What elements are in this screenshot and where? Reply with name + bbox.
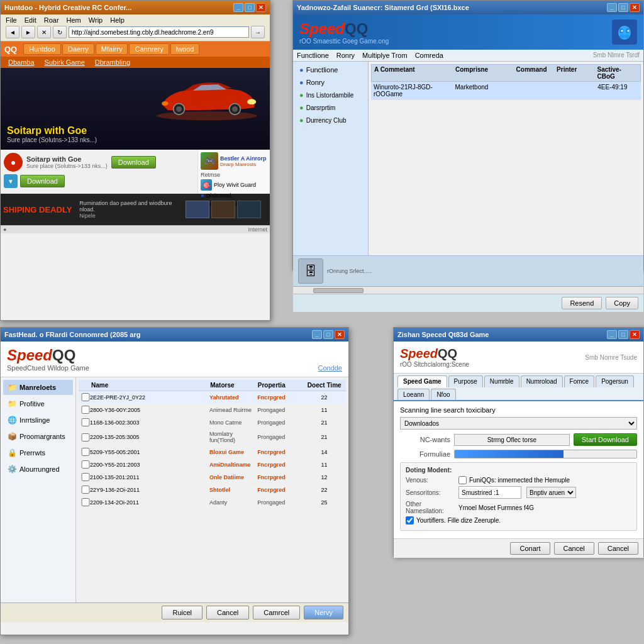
dropdown-select[interactable]: Downloados [400, 417, 637, 430]
table-row-0[interactable]: Winuroto-21RJ-8GD-rOOGame Marketbond 4EE… [371, 82, 641, 100]
nav-huntdoo[interactable]: Huntdoo [23, 43, 61, 55]
dialog-max-btn[interactable]: □ [618, 330, 628, 339]
dl-max-btn[interactable]: □ [323, 330, 333, 339]
dl-sidebar-manreloets[interactable]: 📁 Manreloets [3, 380, 73, 395]
back-btn[interactable]: ◄ [6, 26, 19, 38]
row7-checkbox[interactable] [81, 486, 90, 494]
sidebar-nav-sub3[interactable]: ● Durrency Club [296, 114, 365, 126]
stop-btn[interactable]: ✕ [37, 26, 51, 38]
copy-btn[interactable]: Copy [606, 297, 638, 309]
yout-checkbox[interactable] [406, 516, 414, 525]
dl-close-btn[interactable]: ✕ [335, 330, 345, 339]
go-btn[interactable]: → [251, 26, 265, 38]
sidebar-nav-sub2[interactable]: ● Darsrprtim [296, 102, 365, 113]
dl-row-6[interactable]: 2100-135-201:2011 Onle Datiime Fncrpgred… [79, 471, 346, 484]
tab-purpose[interactable]: Purpose [448, 375, 483, 387]
sub-dbamba[interactable]: Dbamba [4, 58, 38, 67]
ruicel-btn[interactable]: Ruicel [162, 606, 203, 619]
cancel-btn-dl[interactable]: Cancel [206, 606, 249, 619]
close-btn[interactable]: ✕ [256, 3, 266, 12]
dl-sidebar-profitive[interactable]: 📁 Profitive [3, 396, 73, 411]
row2-checkbox[interactable] [81, 418, 90, 426]
dl-row-7[interactable]: 22Y9-136-2Oi-2011 Shtotlel Fncrpgred 22 [79, 484, 346, 496]
sidebar-nav-ronry[interactable]: ● Ronry [296, 77, 365, 88]
conart-btn[interactable]: Conart [510, 542, 550, 555]
row4-checkbox[interactable] [81, 448, 90, 456]
menu-help[interactable]: Help [110, 16, 125, 24]
sub-dbrambling[interactable]: Dbrambling [91, 58, 134, 67]
start-download-btn[interactable]: Start Download [574, 433, 637, 446]
dl-row-8[interactable]: 2209-134-2Oi-2011 Adanty Prongaged 25 [79, 496, 346, 509]
manager-close-btn[interactable]: ✕ [630, 3, 640, 12]
row0-checkbox[interactable] [81, 393, 90, 401]
toolbar-comreda[interactable]: Comreda [415, 52, 443, 59]
row1-checkbox[interactable] [81, 406, 90, 414]
download-btn-1[interactable]: Download [111, 156, 156, 169]
nervy-btn[interactable]: Nervy [304, 606, 343, 619]
menu-wrip[interactable]: Wrip [89, 16, 103, 24]
tab-nfoo[interactable]: Nfoo [431, 389, 455, 400]
dialog-min-btn[interactable]: _ [607, 330, 617, 339]
nav-cannrery[interactable]: Cannrery [129, 43, 169, 55]
dl-sidebar-prerrwts[interactable]: 🔒 Prerrwts [3, 445, 73, 460]
camrcel-btn[interactable]: Camrcel [253, 606, 300, 619]
venous-checkbox[interactable] [458, 476, 467, 484]
menu-roar[interactable]: Roar [44, 16, 59, 24]
sub-subirk[interactable]: Subirk Game [41, 58, 89, 67]
menu-file[interactable]: File [6, 16, 17, 24]
sidebar-nav-sub1[interactable]: ● Ins Listordambile [296, 89, 365, 101]
row3-checkbox[interactable] [81, 433, 90, 441]
forward-btn[interactable]: ► [21, 26, 35, 38]
row8-checkbox[interactable] [81, 498, 90, 506]
resend-btn[interactable]: Resend [562, 297, 602, 309]
sensoritons-select[interactable]: Bnptiv aruen [526, 487, 576, 498]
dl-row-4[interactable]: 5209-Y55-005:2001 Bloxui Game Fncrpgred … [79, 446, 346, 458]
row5-checkbox[interactable] [81, 460, 90, 469]
strong-btn[interactable]: Strrng Oflec torse [454, 434, 570, 446]
menu-edit[interactable]: Edit [25, 16, 36, 24]
sidebar-retmse[interactable]: Retmse [201, 172, 267, 178]
toolbar-ronry[interactable]: Ronry [336, 52, 355, 59]
dialog-cancel-btn[interactable]: Cancel [554, 542, 594, 555]
dropdown-row: Downloados [400, 417, 637, 430]
nav-lwood[interactable]: lwood [170, 43, 200, 55]
sidebar-dl-label[interactable]: Dlsitcmod [206, 192, 231, 199]
prerrwts-icon: 🔒 [7, 448, 17, 458]
h-scrollbar[interactable] [293, 286, 643, 294]
address-bar[interactable] [69, 26, 249, 38]
scroll-thumb[interactable] [313, 288, 364, 293]
dl-condde-link[interactable]: Condde [318, 364, 342, 372]
dl-min-btn[interactable]: _ [312, 330, 322, 339]
tab-pogersun[interactable]: Pogersun [596, 375, 634, 387]
sidebar-ploy-label[interactable]: Ploy Wivit Guard [214, 182, 256, 188]
refresh-btn[interactable]: ↻ [53, 26, 67, 38]
toolbar-multiplye[interactable]: Multiplye Trom [362, 52, 408, 59]
dl-row-0[interactable]: 2E2E-PRE-2YJ_0Y22 Yahrutated Fncrpgred 2… [79, 391, 346, 404]
dl-row-1[interactable]: 2800-Y36-00Y:2005 Animead Ruirme Prongag… [79, 404, 346, 416]
row6-checkbox[interactable] [81, 473, 90, 481]
download-btn-2[interactable]: Download [20, 175, 65, 187]
dl-sidebar-proomargrants[interactable]: 📦 Proomargrants [3, 429, 73, 444]
dl-row-2[interactable]: 1168-136-002:3003 Mono Catme Prongaged 2… [79, 416, 346, 429]
sidebar-nav-ins[interactable]: ● Functlione [296, 64, 365, 75]
tab-numroload[interactable]: Numroload [521, 375, 563, 387]
dl-row-3[interactable]: 2209-135-205:3005 Momlatry fun(Tlond) Pr… [79, 429, 346, 446]
dl-sidebar-inrrtslinge[interactable]: 🌐 Inrrtslinge [3, 413, 73, 428]
tab-loeann[interactable]: Loeann [397, 389, 430, 400]
menu-hem[interactable]: Hem [67, 16, 81, 24]
sensoritons-input[interactable] [458, 486, 521, 499]
dl-sidebar-alourrungred[interactable]: ⚙️ Alourrungred [3, 462, 73, 477]
nav-daerry[interactable]: Daerry [62, 43, 94, 55]
dialog-close-btn[interactable]: ✕ [630, 330, 640, 339]
tab-numrble[interactable]: Numrble [484, 375, 519, 387]
tab-speed-game[interactable]: Speed Game [397, 375, 447, 387]
manager-max-btn[interactable]: □ [618, 3, 628, 12]
nav-mfairry[interactable]: Mfairry [96, 43, 128, 55]
dialog-cancel2-btn[interactable]: Cancel [598, 542, 638, 555]
manager-min-btn[interactable]: _ [607, 3, 617, 12]
toolbar-functlione[interactable]: Functlione [297, 52, 329, 59]
tab-fomce[interactable]: Fomce [564, 375, 595, 387]
dl-row-5[interactable]: 2200-Y55-201:2003 AmiDnaltiname Fncrpgre… [79, 458, 346, 471]
minimize-btn[interactable]: _ [233, 3, 243, 12]
maximize-btn[interactable]: □ [245, 3, 255, 12]
